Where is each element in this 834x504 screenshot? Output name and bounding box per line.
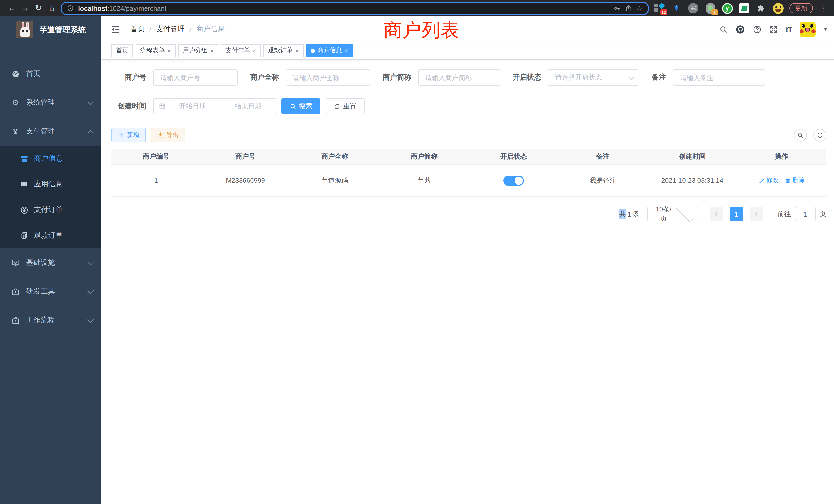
github-icon[interactable]	[736, 24, 745, 34]
extensions-puzzle-icon[interactable]	[755, 3, 767, 14]
sidebar-item-workflow[interactable]: 工作流程	[0, 306, 101, 335]
date-start-placeholder[interactable]: 开始日期	[170, 101, 215, 111]
sidebar-item-label: 工作流程	[26, 316, 88, 325]
url-text: localhost:1024/pay/merchant	[78, 4, 609, 12]
edit-link[interactable]: 修改	[759, 176, 778, 185]
browser-menu-icon[interactable]: ⋮	[818, 4, 828, 12]
tab-pay-order[interactable]: 支付订单×	[221, 44, 261, 57]
tab-close-icon[interactable]: ×	[253, 47, 256, 54]
prev-page-button[interactable]	[710, 207, 723, 221]
sidebar-item-dev-tools[interactable]: 研发工具	[0, 277, 101, 306]
filter-row-2: 创建时间 开始日期 - 结束日期 搜索 重置	[106, 98, 834, 114]
navbar-icons: tT ▼	[719, 21, 834, 37]
browser-reload-button[interactable]: ↻	[32, 0, 45, 17]
app-logo[interactable]: 芋道管理系统	[0, 17, 101, 43]
user-avatar[interactable]	[799, 21, 815, 37]
extension-y-icon[interactable]: y	[722, 3, 733, 14]
emoji-mouth	[775, 8, 781, 12]
sidebar-item-payment[interactable]: ¥ 支付管理	[0, 117, 101, 146]
tab-label: 首页	[116, 46, 128, 55]
avatar-eye	[802, 24, 805, 27]
help-icon[interactable]	[753, 25, 762, 33]
chrome-update-button[interactable]: 更新	[789, 3, 813, 13]
chevron-down-icon	[675, 205, 692, 222]
extension-grid-icon[interactable]: 10	[654, 3, 665, 14]
tab-close-icon[interactable]: ×	[345, 47, 348, 54]
remark-input[interactable]	[673, 69, 765, 86]
select-placeholder: 请选择开启状态	[555, 73, 630, 82]
tab-close-icon[interactable]: ×	[210, 47, 214, 54]
tab-close-icon[interactable]: ×	[295, 47, 299, 54]
tab-refund-order[interactable]: 退款订单×	[263, 44, 304, 57]
merchant-no-input[interactable]	[153, 69, 238, 86]
sidebar-item-label: 商户信息	[34, 154, 63, 163]
status-toggle[interactable]	[503, 175, 524, 186]
sidebar-item-pay-order[interactable]: 支付订单	[0, 197, 101, 223]
filter-merchant-name: 商户全称	[250, 69, 370, 86]
delete-link[interactable]: 删除	[785, 176, 805, 185]
tab-merchant-info[interactable]: 商户信息×	[306, 44, 353, 57]
tab-user-group[interactable]: 用户分组×	[178, 44, 218, 57]
gear-icon: ⚙	[11, 98, 20, 107]
sidebar-item-label: 研发工具	[26, 287, 88, 296]
url-bar[interactable]: localhost:1024/pay/merchant ☆	[61, 1, 649, 15]
tab-close-icon[interactable]: ×	[168, 47, 171, 54]
sidebar-item-refund-order[interactable]: 退款订单	[0, 223, 101, 248]
chevron-down-icon	[87, 258, 94, 265]
breadcrumb-home[interactable]: 首页	[130, 25, 145, 34]
dashboard-icon	[11, 70, 20, 78]
pagination: 共 1 条 10条/页 1 前	[101, 207, 826, 221]
info-icon[interactable]	[67, 5, 74, 12]
extension-blob-icon[interactable]: 1	[705, 3, 716, 14]
browser-back-button[interactable]: ←	[5, 0, 19, 17]
refresh-table-button[interactable]	[813, 129, 826, 141]
toggle-knob	[514, 176, 523, 184]
goto-page-input[interactable]	[795, 207, 815, 221]
sidebar-item-home[interactable]: 首页	[0, 60, 101, 88]
download-icon	[158, 132, 164, 138]
font-size-icon[interactable]: tT	[786, 25, 792, 33]
avatar-caret-icon[interactable]: ▼	[823, 27, 828, 32]
breadcrumb-section[interactable]: 支付管理	[156, 25, 185, 34]
browser-forward-button[interactable]: →	[19, 0, 32, 17]
chevron-up-icon	[87, 130, 94, 136]
reset-button[interactable]: 重置	[326, 98, 365, 114]
payment-submenu: 商户信息 应用信息 支付订单	[0, 146, 101, 248]
next-page-button[interactable]	[750, 207, 763, 221]
cell-merchant-short: 芋艿	[379, 176, 469, 185]
sidebar-item-merchant-info[interactable]: 商户信息	[0, 146, 101, 171]
export-button[interactable]: 导出	[151, 128, 185, 142]
extension-cmd-icon[interactable]: ⌘	[688, 3, 699, 14]
key-icon[interactable]	[613, 4, 621, 12]
date-range-picker[interactable]: 开始日期 - 结束日期	[153, 98, 276, 114]
breadcrumb-separator: /	[150, 25, 152, 33]
tab-process-form[interactable]: 流程表单×	[136, 44, 176, 57]
column-header: 创建时间	[648, 152, 737, 161]
page-number-button[interactable]: 1	[730, 207, 743, 221]
goto-label: 前往	[777, 209, 791, 219]
sidebar-item-system[interactable]: ⚙ 系统管理	[0, 88, 101, 117]
search-button[interactable]: 搜索	[281, 98, 321, 114]
status-select[interactable]: 请选择开启状态	[548, 69, 639, 86]
extension-chat-icon[interactable]	[739, 3, 750, 14]
profile-avatar-icon[interactable]	[772, 3, 784, 14]
search-icon	[290, 103, 296, 110]
bookmark-star-icon[interactable]: ☆	[636, 4, 643, 12]
add-button[interactable]: 新增	[111, 128, 146, 142]
fullscreen-icon[interactable]	[769, 25, 778, 33]
date-end-placeholder[interactable]: 结束日期	[225, 101, 271, 111]
avatar-eye	[810, 24, 813, 27]
sidebar-collapse-icon[interactable]	[109, 23, 122, 36]
browser-home-button[interactable]: ⌂	[45, 0, 59, 17]
merchant-short-input[interactable]	[418, 69, 500, 86]
share-icon[interactable]	[625, 4, 632, 12]
show-search-button[interactable]	[794, 129, 807, 141]
sidebar-item-infrastructure[interactable]: 基础设施	[0, 248, 101, 277]
extension-gem-icon[interactable]	[671, 3, 682, 14]
sidebar-item-app-info[interactable]: 应用信息	[0, 171, 101, 197]
tab-home[interactable]: 首页	[111, 44, 133, 57]
merchant-name-input[interactable]	[286, 69, 370, 86]
cell-merchant-id: 1	[111, 177, 201, 184]
header-search-icon[interactable]	[719, 25, 728, 33]
page-size-select[interactable]: 10条/页	[647, 207, 698, 221]
